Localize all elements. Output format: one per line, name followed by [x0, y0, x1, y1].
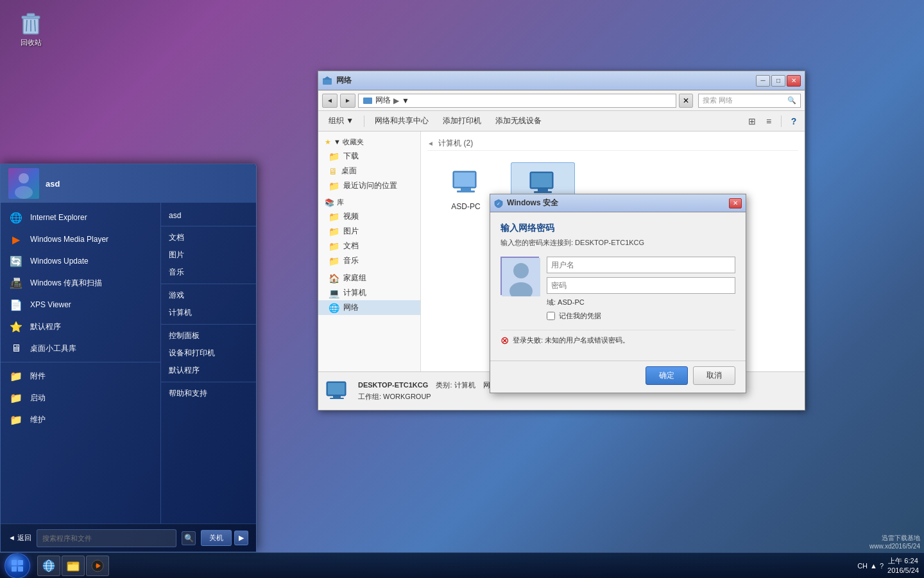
sidebar-item-videos[interactable]: 📁 视频	[318, 209, 420, 224]
folder-icon-desktop: 🖥	[329, 166, 338, 176]
right-item-help[interactable]: 帮助和支持	[161, 385, 256, 402]
taskbar-media-button[interactable]	[86, 556, 109, 576]
password-input[interactable]	[547, 277, 735, 294]
tray-time[interactable]: 上午 6:24 2016/5/24	[887, 556, 919, 575]
taskbar-explorer-button[interactable]	[62, 556, 85, 576]
right-music-label: 音乐	[169, 267, 184, 278]
computer-item-asd[interactable]: ASD-PC	[434, 162, 498, 226]
svg-rect-2	[27, 13, 35, 17]
taskbar-ie-button[interactable]	[37, 556, 60, 576]
search-icon-button[interactable]: 🔍	[182, 531, 196, 545]
toolbar-separator-2	[781, 115, 782, 127]
search-icon: 🔍	[787, 96, 796, 105]
explorer-titlebar[interactable]: 网络 ─ □ ✕	[318, 71, 805, 90]
favorites-header[interactable]: ★ ▼ 收藏夹	[318, 135, 420, 149]
start-item-accessories[interactable]: 📁 附件	[1, 365, 160, 387]
right-user-label: asd	[169, 211, 181, 220]
sidebar-item-music[interactable]: 📁 音乐	[318, 253, 420, 268]
right-item-music[interactable]: 音乐	[161, 264, 256, 281]
dialog-subtitle: 输入您的密码来连接到: DESKTOP-ETC1KCG	[501, 238, 735, 248]
dialog-title-text: Windows 安全	[507, 198, 729, 208]
right-computer-label: 计算机	[169, 307, 192, 318]
sidebar-item-downloads[interactable]: 📁 下载	[318, 149, 420, 164]
security-dialog: ✓ Windows 安全 ✕ 输入网络密码 输入您的密码来连接到: DESKTO…	[490, 194, 746, 393]
close-button[interactable]: ✕	[787, 75, 801, 87]
videos-label: 视频	[343, 211, 359, 222]
search-programs-input[interactable]	[37, 529, 176, 547]
sidebar-item-documents[interactable]: 📁 文档	[318, 239, 420, 253]
tray-expand-icon[interactable]: ▲	[870, 562, 877, 570]
ie-label: Internet Explorer	[30, 213, 87, 222]
taskbar-tray: CH ▲ ? 上午 6:24 2016/5/24	[852, 556, 924, 575]
svg-rect-10	[454, 173, 475, 187]
help-button[interactable]: ?	[787, 114, 801, 128]
network-center-button[interactable]: 网络和共享中心	[368, 114, 435, 128]
downloads-label: 下载	[343, 151, 359, 162]
view-list-button[interactable]: ≡	[762, 114, 776, 128]
sidebar-item-pictures[interactable]: 📁 图片	[318, 224, 420, 239]
folder-icon-recent: 📁	[329, 181, 339, 191]
start-item-startup[interactable]: 📁 启动	[1, 387, 160, 409]
right-item-devices[interactable]: 设备和打印机	[161, 344, 256, 362]
address-path[interactable]: 网络 ▶ ▼	[358, 94, 676, 108]
minimize-button[interactable]: ─	[756, 75, 770, 87]
dialog-close-button[interactable]: ✕	[729, 198, 742, 208]
start-menu-footer: ◄ 返回 🔍 关机 ▶	[1, 523, 256, 552]
dialog-titlebar[interactable]: ✓ Windows 安全 ✕	[490, 194, 746, 212]
start-item-xps[interactable]: 📄 XPS Viewer	[1, 294, 160, 316]
right-divider-3	[161, 324, 256, 325]
add-wireless-button[interactable]: 添加无线设备	[489, 114, 548, 128]
xps-icon: 📄	[8, 297, 24, 312]
ok-button[interactable]: 确定	[646, 366, 688, 385]
right-item-user[interactable]: asd	[161, 208, 256, 223]
svg-rect-11	[461, 188, 471, 191]
add-printer-button[interactable]: 添加打印机	[436, 114, 488, 128]
search-box[interactable]: 搜索 网络 🔍	[698, 94, 801, 108]
start-item-maintenance[interactable]: 📁 维护	[1, 409, 160, 430]
maximize-button[interactable]: □	[771, 75, 785, 87]
clear-button[interactable]: ✕	[679, 94, 693, 108]
start-divider-1	[1, 362, 160, 362]
sidebar-item-homegroup[interactable]: 🏠 家庭组	[318, 271, 420, 285]
right-item-pictures[interactable]: 图片	[161, 246, 256, 264]
tray-icons: CH ▲ ?	[857, 562, 884, 570]
shutdown-button[interactable]: 关机	[201, 530, 232, 546]
back-button[interactable]: ◄ 返回	[8, 533, 31, 543]
sidebar-item-network[interactable]: 🌐 网络	[318, 300, 420, 315]
status-type: 类别: 计算机	[436, 381, 475, 389]
right-item-documents[interactable]: 文档	[161, 229, 256, 246]
libraries-header[interactable]: 📚 库	[318, 196, 420, 209]
start-item-gadgets[interactable]: 🖥 桌面小工具库	[1, 337, 160, 359]
username-input[interactable]	[547, 257, 735, 273]
back-button[interactable]: ◄	[322, 94, 338, 108]
gadgets-icon: 🖥	[8, 341, 24, 356]
view-toggle-button[interactable]: ⊞	[745, 114, 759, 128]
avatar-svg	[8, 168, 39, 199]
fax-label: Windows 传真和扫描	[30, 278, 102, 289]
start-item-defaults[interactable]: ⭐ 默认程序	[1, 316, 160, 337]
cancel-button[interactable]: 取消	[693, 366, 735, 385]
shutdown-arrow-button[interactable]: ▶	[234, 531, 248, 545]
start-item-media[interactable]: ▶ Windows Media Player	[1, 228, 160, 250]
explorer-title: 网络	[336, 75, 756, 86]
right-item-computer[interactable]: 计算机	[161, 304, 256, 321]
sidebar-item-computer[interactable]: 💻 计算机	[318, 285, 420, 300]
network-label: 网络	[343, 302, 359, 313]
start-button[interactable]	[0, 553, 35, 579]
desktop: 回收站 网络 ─ □ ✕ ◄ ► 网络 ▶	[0, 0, 924, 578]
start-item-fax[interactable]: 📠 Windows 传真和扫描	[1, 272, 160, 294]
right-item-controlpanel[interactable]: 控制面板	[161, 327, 256, 344]
svg-rect-15	[538, 189, 548, 191]
sidebar-item-desktop[interactable]: 🖥 桌面	[318, 164, 420, 178]
right-item-defaultprograms[interactable]: 默认程序	[161, 362, 256, 379]
dialog-form: 域: ASD-PC 记住我的凭据	[547, 257, 735, 327]
dialog-heading: 输入网络密码	[501, 223, 735, 234]
sidebar-item-recent[interactable]: 📁 最近访问的位置	[318, 178, 420, 193]
right-item-games[interactable]: 游戏	[161, 287, 256, 304]
organize-button[interactable]: 组织 ▼	[322, 114, 360, 128]
start-item-update[interactable]: 🔄 Windows Update	[1, 250, 160, 272]
forward-button[interactable]: ►	[340, 94, 355, 108]
recycle-bin-icon[interactable]: 回收站	[12, 10, 50, 47]
start-item-ie[interactable]: 🌐 Internet Explorer	[1, 207, 160, 228]
remember-checkbox[interactable]	[547, 312, 555, 320]
